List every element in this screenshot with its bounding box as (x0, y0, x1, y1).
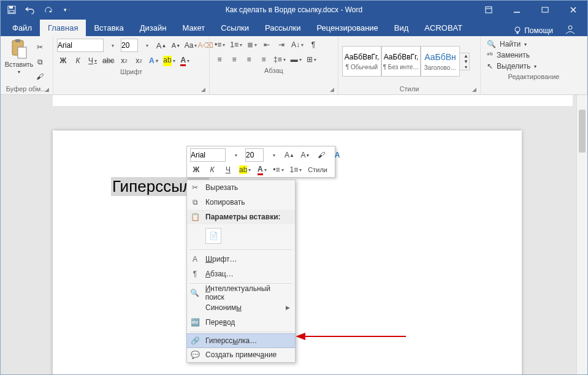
paste-keep-source-icon[interactable]: 📄 (205, 228, 221, 244)
style-normal[interactable]: АаБбВвГг, ¶ Обычный (342, 46, 381, 77)
text-effects-icon[interactable]: A (147, 55, 159, 67)
multilevel-icon[interactable]: ≣ (246, 39, 258, 51)
mini-bullets-icon[interactable]: •≡ (272, 164, 284, 176)
font-size-input[interactable] (121, 39, 138, 52)
numbering-icon[interactable]: 1≡ (229, 39, 243, 51)
italic-button[interactable]: К (72, 55, 84, 67)
mini-styles-label[interactable]: Стили (307, 164, 329, 176)
ctx-cut[interactable]: ✂Вырезать (187, 180, 295, 195)
tell-me[interactable]: Помощи (513, 26, 553, 35)
mini-shrink-icon[interactable]: A▼ (299, 149, 311, 161)
underline-button[interactable]: Ч (86, 55, 99, 67)
font-size-drop[interactable] (140, 39, 153, 51)
styles-launcher[interactable]: ◢ (472, 86, 478, 93)
strike-button[interactable]: abc (101, 55, 115, 67)
ribbon-display-options[interactable] (475, 1, 503, 19)
font-name-drop[interactable] (106, 39, 118, 51)
find-button[interactable]: 🔍Найти ▾ (484, 39, 583, 50)
close-button[interactable] (559, 1, 587, 19)
scrollbar-thumb[interactable] (579, 110, 586, 153)
font-name-input[interactable] (57, 39, 104, 52)
grow-font-icon[interactable]: A▲ (155, 39, 167, 51)
mini-numbers-icon[interactable]: 1≡ (289, 164, 304, 176)
svg-rect-9 (517, 32, 519, 34)
tab-acrobat[interactable]: ACROBAT (416, 20, 470, 36)
redo-icon[interactable] (44, 5, 53, 15)
tab-view[interactable]: Вид (386, 20, 417, 36)
mini-font-name[interactable] (190, 148, 226, 162)
minimize-button[interactable] (503, 1, 531, 19)
borders-icon[interactable]: ⊞ (305, 53, 318, 66)
cut-icon[interactable]: ✂ (34, 41, 46, 53)
tab-design[interactable]: Дизайн (132, 20, 175, 36)
mini-font-size[interactable] (245, 148, 264, 162)
clipboard-launcher[interactable]: ◢ (45, 86, 51, 93)
ctx-smart-lookup[interactable]: 🔍Интеллектуальный поиск (187, 286, 295, 300)
mini-grow-icon[interactable]: A▲ (283, 149, 296, 161)
bullets-icon[interactable]: •≡ (213, 39, 226, 51)
mini-underline[interactable]: Ч (222, 164, 234, 176)
change-case-icon[interactable]: Aa (185, 39, 197, 51)
bold-button[interactable]: Ж (57, 55, 69, 67)
mini-highlight-icon[interactable]: ab (238, 164, 252, 176)
undo-icon[interactable] (25, 5, 35, 15)
maximize-button[interactable] (531, 1, 559, 19)
tab-insert[interactable]: Вставка (86, 20, 131, 36)
account-icon[interactable] (564, 25, 576, 36)
outdent-icon[interactable]: ⇤ (261, 39, 273, 51)
ctx-copy[interactable]: ⧉Копировать (187, 195, 295, 210)
tab-references[interactable]: Ссылки (213, 20, 257, 36)
highlight-icon[interactable]: ab (162, 55, 176, 67)
paragraph-launcher[interactable]: ◢ (330, 86, 336, 93)
mini-size-drop[interactable] (267, 149, 280, 161)
align-right-icon[interactable]: ≡ (243, 53, 255, 66)
ctx-hyperlink[interactable]: 🔗Гиперссылка… (186, 333, 296, 348)
superscript-button[interactable]: x2 (132, 55, 145, 67)
styles-scroll-down[interactable]: ▼ (460, 59, 472, 64)
tab-file[interactable]: Файл (4, 20, 40, 36)
style-heading1[interactable]: АаБбВн Заголово… (421, 46, 460, 77)
ctx-new-comment[interactable]: 💬Создать примечание (187, 347, 295, 362)
shrink-font-icon[interactable]: A▼ (170, 39, 182, 51)
mini-painter-icon[interactable]: 🖌 (315, 149, 327, 161)
mini-fontcolor-icon[interactable]: A (256, 164, 268, 176)
group-clipboard-label: Буфер обм… (4, 84, 49, 94)
font-color-icon[interactable]: A (179, 55, 191, 67)
qat-customize-icon[interactable]: ▾ (62, 5, 72, 15)
save-icon[interactable] (7, 5, 17, 15)
separator (189, 331, 292, 332)
show-marks-icon[interactable]: ¶ (307, 39, 319, 51)
vertical-scrollbar[interactable] (576, 95, 587, 374)
styles-expand[interactable]: ▾ (460, 64, 472, 70)
ctx-paragraph-label: Абзац… (205, 270, 234, 278)
indent-icon[interactable]: ⇥ (275, 39, 288, 51)
mini-styles-icon[interactable]: A (331, 149, 343, 161)
ctx-synonyms[interactable]: Синонимы▶ (187, 300, 295, 315)
justify-icon[interactable]: ≡ (258, 53, 270, 66)
style-nospace[interactable]: АаБбВвГг, ¶ Без инте… (381, 46, 421, 77)
subscript-button[interactable]: x2 (118, 55, 130, 67)
ctx-paragraph[interactable]: ¶Абзац… (187, 267, 295, 281)
styles-scroll-up[interactable]: ▲ (460, 53, 472, 59)
tab-review[interactable]: Рецензирование (308, 20, 386, 36)
tab-mailings[interactable]: Рассылки (257, 20, 308, 36)
align-center-icon[interactable]: ≡ (228, 53, 240, 66)
select-button[interactable]: ↖Выделить ▾ (484, 61, 583, 72)
mini-bold[interactable]: Ж (190, 164, 202, 176)
mini-italic[interactable]: К (206, 164, 218, 176)
paste-button[interactable]: Вставить ▾ (4, 39, 34, 84)
font-launcher[interactable]: ◢ (201, 86, 207, 93)
ctx-font[interactable]: AШрифт… (187, 252, 295, 267)
replace-button[interactable]: ᵃᵇЗаменить (484, 50, 583, 61)
align-left-icon[interactable]: ≡ (213, 53, 226, 66)
tab-home[interactable]: Главная (40, 20, 86, 36)
line-spacing-icon[interactable]: ‡≡ (272, 53, 287, 66)
sort-icon[interactable]: A↓ (290, 39, 305, 51)
mini-font-drop[interactable] (229, 149, 242, 161)
svg-rect-3 (486, 7, 492, 13)
copy-icon[interactable]: ⧉ (34, 56, 46, 68)
ctx-translate[interactable]: 🔤Перевод (187, 315, 295, 330)
format-painter-icon[interactable]: 🖌 (34, 70, 46, 83)
shading-icon[interactable]: ▬ (289, 53, 303, 66)
tab-layout[interactable]: Макет (174, 20, 213, 36)
